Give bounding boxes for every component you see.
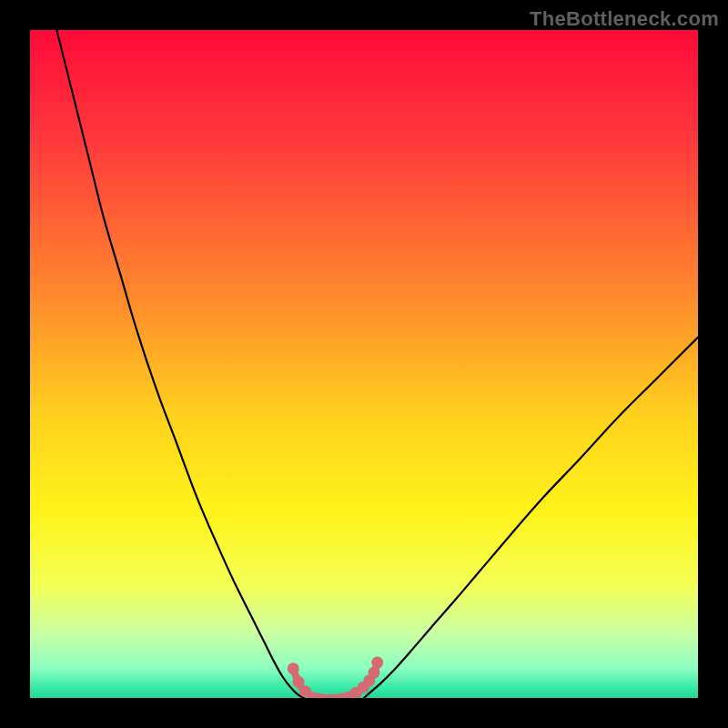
valley-dot [288, 662, 299, 674]
valley-dot [369, 667, 380, 679]
watermark-text: TheBottleneck.com [530, 7, 719, 31]
series-left-curve [56, 30, 304, 698]
valley-dot [299, 685, 311, 697]
plot-area [30, 30, 698, 698]
series-right-curve [364, 338, 698, 698]
curves-layer [30, 30, 698, 698]
chart-container: TheBottleneck.com [0, 0, 728, 728]
valley-dot [371, 657, 383, 669]
